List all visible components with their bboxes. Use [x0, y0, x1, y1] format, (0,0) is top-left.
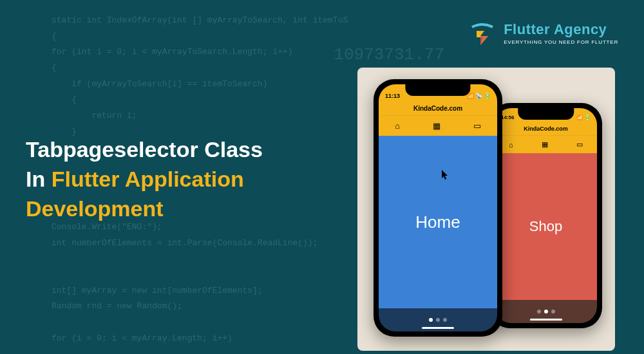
background-floating-number: 10973731.77 — [334, 45, 444, 64]
home-indicator — [422, 327, 454, 329]
app-title-bar: KindaCode.com — [379, 101, 497, 115]
tab-content-shop: Shop — [495, 153, 597, 300]
home-icon[interactable]: ⌂ — [509, 141, 513, 149]
battery-icon: 🔋 — [584, 115, 591, 120]
headline-line-2-gold: Flutter Application — [52, 167, 244, 191]
brand-subtitle: EVERYTHING YOU NEED FOR FLUTTER — [504, 39, 618, 45]
headline-line-2-white: In — [26, 167, 52, 191]
status-icons: 📶 📡 🔋 — [467, 93, 491, 99]
phone-mockup-shop: 14:56 📶 🔋 KindaCode.com ⌂ ▦ ▭ Shop — [489, 103, 602, 328]
phone-notch — [405, 84, 470, 96]
page-dots — [537, 310, 555, 313]
page-dot[interactable] — [551, 310, 555, 313]
status-time: 11:13 — [385, 93, 400, 99]
page-dot[interactable] — [443, 318, 447, 322]
flutter-agency-icon — [469, 19, 496, 46]
cursor-icon — [442, 165, 450, 185]
status-time: 14:56 — [501, 115, 514, 120]
wifi-icon: 📡 — [475, 93, 482, 99]
home-indicator — [530, 319, 562, 321]
tab-bar: ⌂ ▦ ▭ — [495, 135, 597, 153]
app-title-bar: KindaCode.com — [495, 122, 597, 135]
page-indicator-bar — [379, 308, 497, 331]
battery-icon: 🔋 — [484, 93, 491, 99]
status-icons: 📶 🔋 — [576, 115, 591, 120]
brand-title: Flutter Agency — [504, 21, 618, 38]
page-dot[interactable] — [436, 318, 440, 322]
phone-mockups-container: 14:56 📶 🔋 KindaCode.com ⌂ ▦ ▭ Shop — [357, 68, 615, 351]
headline-line-3: Development — [26, 194, 263, 224]
headline-line-1: Tabpageselector Class — [26, 135, 263, 165]
main-headline: Tabpageselector Class In Flutter Applica… — [26, 135, 263, 224]
brand-logo: Flutter Agency EVERYTHING YOU NEED FOR F… — [469, 19, 618, 46]
calendar-icon[interactable]: ▦ — [433, 121, 440, 131]
phone-mockup-home: 11:13 📶 📡 🔋 KindaCode.com ⌂ ▦ ▭ Home — [374, 79, 502, 337]
tab-content-home: Home — [379, 136, 497, 308]
signal-icon: 📶 — [576, 115, 583, 120]
page-dot[interactable] — [537, 310, 541, 313]
card-icon[interactable]: ▭ — [473, 121, 481, 131]
phone-notch — [518, 108, 574, 120]
home-icon[interactable]: ⌂ — [395, 121, 400, 131]
page-dots — [429, 318, 447, 322]
tab-bar: ⌂ ▦ ▭ — [379, 115, 497, 136]
page-dot-active[interactable] — [429, 318, 433, 322]
page-dot-active[interactable] — [544, 310, 548, 313]
calendar-icon[interactable]: ▦ — [542, 140, 548, 149]
page-indicator-bar — [495, 300, 597, 323]
card-icon[interactable]: ▭ — [576, 140, 583, 149]
